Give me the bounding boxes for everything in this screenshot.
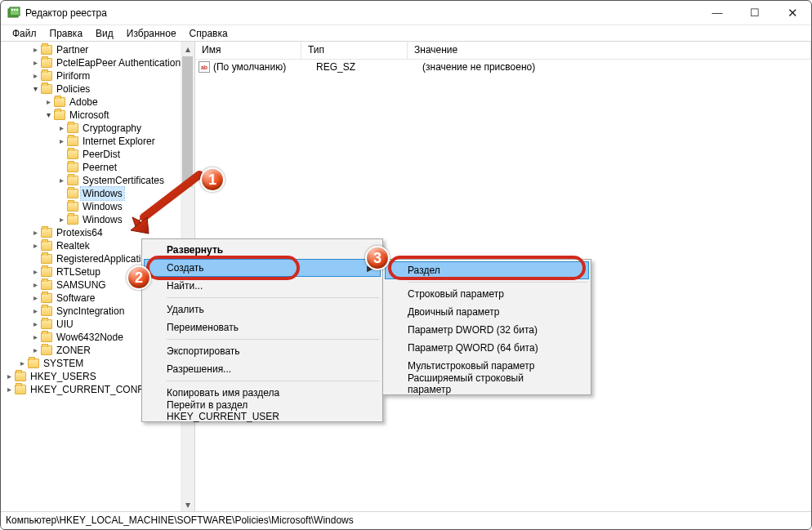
status-path: Компьютер\HKEY_LOCAL_MACHINE\SOFTWARE\Po… <box>6 514 354 526</box>
maximize-button[interactable]: ☐ <box>736 1 774 24</box>
folder-icon <box>41 267 52 277</box>
svg-rect-4 <box>16 9 18 11</box>
tree-item-cryptography[interactable]: Cryptography <box>4 122 194 135</box>
folder-icon <box>67 215 78 225</box>
menu-separator <box>167 297 379 298</box>
close-button[interactable]: ✕ <box>774 1 811 24</box>
tree-item-windows-advanced[interactable]: Windows <box>4 200 194 213</box>
minimize-button[interactable]: — <box>698 1 736 24</box>
window-title: Редактор реестра <box>25 7 698 19</box>
reg-string-icon: ab <box>199 61 210 73</box>
scroll-thumb[interactable] <box>182 56 193 187</box>
folder-icon <box>54 110 65 120</box>
ctxmenu-find[interactable]: Найти... <box>144 277 381 295</box>
list-header: Имя Тип Значение <box>195 42 811 60</box>
tree-item-ie[interactable]: Internet Explorer <box>4 135 194 148</box>
folder-icon <box>41 71 52 81</box>
tree-item-pctel[interactable]: PctelEapPeer Authentication <box>4 56 194 69</box>
menu-edit[interactable]: Правка <box>43 26 90 41</box>
menu-separator <box>167 381 379 381</box>
folder-icon <box>41 254 52 264</box>
app-icon <box>7 7 20 20</box>
folder-icon <box>41 228 52 238</box>
folder-icon <box>41 84 52 94</box>
folder-icon <box>41 241 52 251</box>
folder-icon <box>41 332 52 342</box>
folder-icon <box>15 372 26 381</box>
tree-item-partner[interactable]: Partner <box>4 43 194 56</box>
tree-item-piriform[interactable]: Piriform <box>4 69 194 82</box>
folder-icon <box>41 293 52 303</box>
folder-icon <box>67 189 78 198</box>
folder-icon <box>41 345 52 355</box>
ctxsub-dword[interactable]: Параметр DWORD (32 бита) <box>385 321 589 339</box>
folder-icon <box>15 385 26 394</box>
folder-icon <box>67 202 78 212</box>
value-data: (значение не присвоено) <box>422 61 535 73</box>
ctxsub-expandstring[interactable]: Расширяемый строковый параметр <box>385 375 589 393</box>
ctxsub-binary[interactable]: Двоичный параметр <box>385 303 589 321</box>
submenu-arrow-icon: ▶ <box>367 264 373 273</box>
context-menu-key: Развернуть Создать▶ Найти... Удалить Пер… <box>141 238 383 422</box>
svg-rect-3 <box>14 9 16 11</box>
tree-item-policies[interactable]: Policies <box>4 82 194 96</box>
ctxmenu-expand[interactable]: Развернуть <box>144 241 381 259</box>
ctxmenu-rename[interactable]: Переименовать <box>144 318 381 336</box>
ctxsub-qword[interactable]: Параметр QWORD (64 бита) <box>385 339 589 357</box>
menubar: Файл Правка Вид Избранное Справка <box>1 25 811 42</box>
folder-icon <box>67 123 78 133</box>
scroll-down-button[interactable]: ▾ <box>181 497 194 511</box>
ctxsub-string[interactable]: Строковый параметр <box>385 285 589 303</box>
tree-item-windows-nt[interactable]: Windows <box>4 213 194 226</box>
tree-item-peernet[interactable]: Peernet <box>4 161 194 174</box>
scroll-up-button[interactable]: ▴ <box>181 42 194 56</box>
folder-icon <box>41 319 52 329</box>
folder-icon <box>41 58 52 68</box>
window-controls: — ☐ ✕ <box>698 1 811 24</box>
folder-icon <box>41 306 52 316</box>
column-header-name[interactable]: Имя <box>195 42 301 59</box>
context-submenu-create: Раздел Строковый параметр Двоичный парам… <box>382 259 591 395</box>
menu-separator <box>167 339 379 340</box>
tree-item-protexis[interactable]: Protexis64 <box>4 226 194 239</box>
folder-icon <box>54 97 65 107</box>
statusbar: Компьютер\HKEY_LOCAL_MACHINE\SOFTWARE\Po… <box>1 511 811 529</box>
tree-item-adobe[interactable]: Adobe <box>4 96 194 109</box>
tree-item-windows-selected[interactable]: Windows <box>4 187 194 200</box>
folder-icon <box>67 176 78 185</box>
menu-help[interactable]: Справка <box>183 26 234 41</box>
folder-icon <box>41 280 52 290</box>
svg-rect-1 <box>10 7 20 16</box>
menu-favorites[interactable]: Избранное <box>120 26 183 41</box>
column-header-type[interactable]: Тип <box>301 42 408 59</box>
value-type: REG_SZ <box>316 61 422 73</box>
tree-item-peerdist[interactable]: PeerDist <box>4 148 194 161</box>
ctxmenu-permissions[interactable]: Разрешения... <box>144 360 381 378</box>
ctxsub-key[interactable]: Раздел <box>385 261 589 279</box>
tree-item-microsoft[interactable]: Microsoft <box>4 109 194 122</box>
value-name: (По умолчанию) <box>213 61 316 73</box>
folder-icon <box>67 136 78 146</box>
svg-rect-2 <box>11 9 13 11</box>
titlebar: Редактор реестра — ☐ ✕ <box>1 1 811 25</box>
column-header-value[interactable]: Значение <box>408 42 811 59</box>
ctxmenu-create[interactable]: Создать▶ <box>144 259 381 277</box>
ctxmenu-export[interactable]: Экспортировать <box>144 342 381 360</box>
folder-icon <box>67 163 78 172</box>
ctxmenu-goto-hkcu[interactable]: Перейти в раздел HKEY_CURRENT_USER <box>144 402 381 420</box>
folder-icon <box>28 359 39 368</box>
menu-view[interactable]: Вид <box>89 26 120 41</box>
folder-icon <box>41 45 52 55</box>
list-row[interactable]: ab (По умолчанию) REG_SZ (значение не пр… <box>195 60 811 74</box>
menu-file[interactable]: Файл <box>6 26 43 41</box>
menu-separator <box>408 282 587 283</box>
tree-item-systemcertificates[interactable]: SystemCertificates <box>4 174 194 187</box>
folder-icon <box>67 149 78 159</box>
ctxmenu-delete[interactable]: Удалить <box>144 301 381 318</box>
